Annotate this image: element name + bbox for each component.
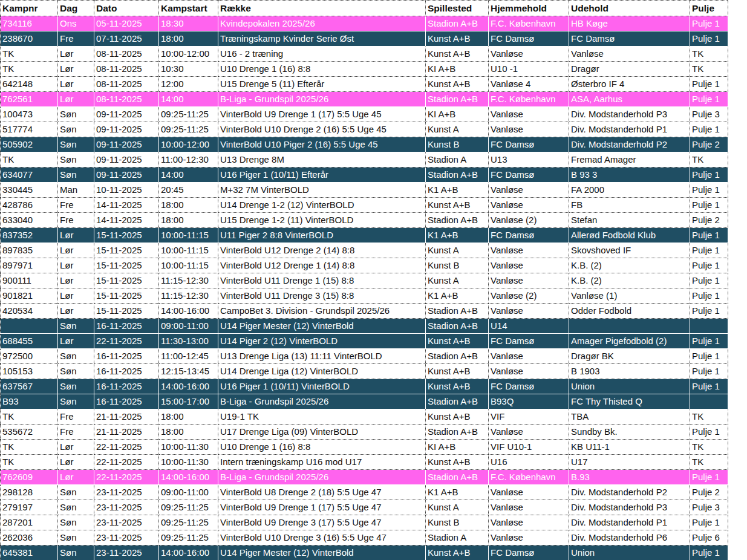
cell-hjemmehold[interactable]: U10 -1 — [489, 62, 569, 77]
cell-kampstart[interactable]: 11:00-12:30 — [159, 152, 218, 168]
cell-raekke[interactable]: VinterBold U10 Drenge 2 (16) 5:5 Uge 45 — [218, 122, 426, 137]
cell-kampstart[interactable]: 09:00-11:00 — [159, 485, 218, 500]
cell-dato[interactable]: 05-11-2025 — [94, 16, 159, 31]
cell-pulje[interactable]: Pulje 1 — [690, 168, 728, 183]
cell-kampnr[interactable]: 634077 — [1, 168, 58, 183]
cell-dato[interactable]: 15-11-2025 — [94, 304, 159, 319]
cell-raekke[interactable]: U10 Drenge 1 (16) 8:8 — [218, 440, 426, 455]
cell-kampnr[interactable]: 762609 — [1, 470, 58, 485]
cell-dato[interactable]: 14-11-2025 — [94, 198, 159, 213]
cell-spillested[interactable]: Kunst A+B — [426, 364, 489, 379]
cell-dato[interactable]: 16-11-2025 — [94, 379, 159, 394]
cell-dag[interactable]: Lør — [58, 243, 94, 258]
cell-dag[interactable]: Lør — [58, 440, 94, 455]
cell-dag[interactable]: Søn — [58, 485, 94, 500]
cell-pulje[interactable]: Pulje 1 — [690, 183, 728, 198]
cell-spillested[interactable]: Stadion A — [426, 530, 489, 545]
cell-kampnr[interactable]: TK — [1, 47, 58, 62]
cell-dag[interactable]: Lør — [58, 455, 94, 470]
cell-dag[interactable]: Søn — [58, 349, 94, 364]
cell-spillested[interactable]: KI A+B — [426, 440, 489, 455]
cell-kampnr[interactable]: TK — [1, 409, 58, 425]
cell-dag[interactable]: Søn — [58, 530, 94, 545]
cell-udehold[interactable]: KB U11-1 — [569, 440, 690, 455]
cell-dato[interactable]: 07-11-2025 — [94, 31, 159, 47]
cell-kampnr[interactable]: 287201 — [1, 515, 58, 530]
cell-dag[interactable]: Søn — [58, 515, 94, 530]
cell-dag[interactable]: Søn — [58, 545, 94, 560]
cell-dag[interactable]: Søn — [58, 152, 94, 168]
cell-udehold[interactable]: Div. Modstanderhold P2 — [569, 485, 690, 500]
cell-spillested[interactable]: Kunst A+B — [426, 379, 489, 394]
cell-pulje[interactable]: Pulje 1 — [690, 515, 728, 530]
cell-pulje[interactable]: Pulje 2 — [690, 485, 728, 500]
cell-spillested[interactable]: Kunst A — [426, 122, 489, 137]
cell-raekke[interactable]: VinterBold U9 Drenge 1 (17) 5:5 Uge 45 — [218, 107, 426, 122]
cell-hjemmehold[interactable]: FC Damsø — [489, 379, 569, 394]
cell-raekke[interactable]: U14 Drenge Liga (12) VinterBOLD — [218, 364, 426, 379]
cell-dag[interactable]: Fre — [58, 409, 94, 425]
cell-kampnr[interactable]: 262036 — [1, 530, 58, 545]
cell-kampstart[interactable]: 10:00-11:30 — [159, 440, 218, 455]
cell-udehold[interactable]: Amager Pigefodbold (2) — [569, 334, 690, 349]
cell-hjemmehold[interactable]: FC Damsø — [489, 31, 569, 47]
cell-dato[interactable]: 22-11-2025 — [94, 334, 159, 349]
cell-pulje[interactable]: Pulje 1 — [690, 228, 728, 243]
cell-hjemmehold[interactable]: Vanløse — [489, 258, 569, 273]
cell-dag[interactable]: Søn — [58, 168, 94, 183]
cell-kampnr[interactable]: 298128 — [1, 485, 58, 500]
cell-hjemmehold[interactable]: Vanløse — [489, 47, 569, 62]
cell-pulje[interactable]: Pulje 1 — [690, 470, 728, 485]
cell-hjemmehold[interactable]: Vanløse — [489, 425, 569, 440]
cell-kampstart[interactable]: 14:00-16:00 — [159, 379, 218, 394]
cell-hjemmehold[interactable]: Vanløse — [489, 243, 569, 258]
cell-kampnr[interactable]: TK — [1, 440, 58, 455]
cell-kampnr[interactable]: 105153 — [1, 364, 58, 379]
cell-raekke[interactable]: U16 - 2 træning — [218, 47, 426, 62]
cell-kampstart[interactable]: 14:00-16:00 — [159, 304, 218, 319]
cell-udehold[interactable] — [569, 319, 690, 334]
cell-udehold[interactable]: FA 2000 — [569, 183, 690, 198]
cell-kampnr[interactable]: 428786 — [1, 198, 58, 213]
cell-dag[interactable]: Lør — [58, 304, 94, 319]
cell-udehold[interactable]: Skovshoved IF — [569, 243, 690, 258]
cell-udehold[interactable]: B 93 3 — [569, 168, 690, 183]
cell-kampnr[interactable]: 901821 — [1, 288, 58, 304]
cell-udehold[interactable]: Div. Modstanderhold P1 — [569, 515, 690, 530]
cell-kampnr[interactable]: 100473 — [1, 107, 58, 122]
cell-kampnr[interactable]: 897971 — [1, 258, 58, 273]
cell-udehold[interactable]: Allerød Fodbold Klub — [569, 228, 690, 243]
cell-pulje[interactable]: Pulje 6 — [690, 530, 728, 545]
cell-hjemmehold[interactable]: Vanløse — [489, 530, 569, 545]
cell-pulje[interactable]: TK — [690, 152, 728, 168]
cell-raekke[interactable]: U13 Drenge Liga (13) 11:11 VinterBOLD — [218, 349, 426, 364]
cell-kampstart[interactable]: 18:30 — [159, 16, 218, 31]
cell-hjemmehold[interactable]: Vanløse — [489, 107, 569, 122]
cell-kampnr[interactable] — [1, 319, 58, 334]
cell-kampnr[interactable]: TK — [1, 62, 58, 77]
cell-dag[interactable]: Lør — [58, 258, 94, 273]
cell-hjemmehold[interactable]: Vanløse — [489, 349, 569, 364]
cell-kampnr[interactable]: 897835 — [1, 243, 58, 258]
cell-spillested[interactable]: Kunst A+B — [426, 455, 489, 470]
cell-hjemmehold[interactable]: F.C. København — [489, 16, 569, 31]
cell-pulje[interactable]: Pulje 1 — [690, 77, 728, 92]
cell-kampnr[interactable]: 505902 — [1, 137, 58, 152]
cell-kampstart[interactable]: 18:00 — [159, 198, 218, 213]
cell-dag[interactable]: Fre — [58, 213, 94, 228]
cell-udehold[interactable]: K.B. (2) — [569, 258, 690, 273]
cell-pulje[interactable]: Pulje 1 — [690, 16, 728, 31]
cell-dag[interactable]: Man — [58, 183, 94, 198]
cell-pulje[interactable]: Pulje 1 — [690, 425, 728, 440]
cell-raekke[interactable]: VinterBold U9 Drenge 3 (17) 5:5 Uge 47 — [218, 515, 426, 530]
cell-udehold[interactable]: FC Damsø — [569, 31, 690, 47]
cell-raekke[interactable]: VinterBold U12 Drenge 1 (14) 8:8 — [218, 258, 426, 273]
cell-dato[interactable]: 23-11-2025 — [94, 530, 159, 545]
cell-dag[interactable]: Ons — [58, 16, 94, 31]
cell-udehold[interactable]: Odder Fodbold — [569, 304, 690, 319]
cell-kampnr[interactable]: 645381 — [1, 545, 58, 560]
cell-dato[interactable]: 08-11-2025 — [94, 62, 159, 77]
cell-pulje[interactable]: Pulje 3 — [690, 500, 728, 515]
cell-udehold[interactable]: FC Thy Thisted Q — [569, 394, 690, 409]
cell-dato[interactable]: 14-11-2025 — [94, 213, 159, 228]
